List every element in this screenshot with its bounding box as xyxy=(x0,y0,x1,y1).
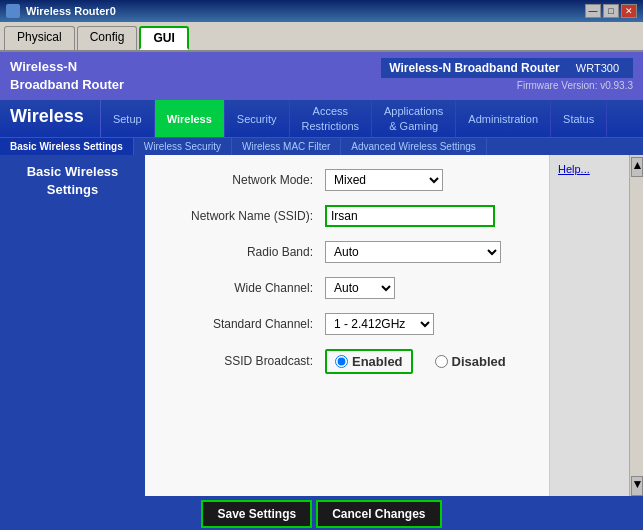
sidebar: Basic Wireless Settings xyxy=(0,155,145,496)
body-area: Basic Wireless Settings Network Mode: Mi… xyxy=(0,155,643,496)
radio-band-label: Radio Band: xyxy=(165,245,325,259)
cancel-changes-button[interactable]: Cancel Changes xyxy=(316,500,441,528)
nav-setup[interactable]: Setup xyxy=(101,100,155,137)
standard-channel-control: 1 - 2.412GHz 2 - 2.417GHz 6 - 2.437GHz 1… xyxy=(325,313,434,335)
ssid-broadcast-row: SSID Broadcast: Enabled Disabled xyxy=(165,349,529,374)
bottom-bar: Save Settings Cancel Changes xyxy=(0,496,643,530)
nav-administration[interactable]: Administration xyxy=(456,100,551,137)
nav-access[interactable]: Access Restrictions xyxy=(290,100,372,137)
help-link[interactable]: Help... xyxy=(558,163,590,175)
ssid-control xyxy=(325,205,495,227)
wide-channel-select[interactable]: Auto 1234 xyxy=(325,277,395,299)
nav-row: Wireless Setup Wireless Security Access … xyxy=(0,100,643,137)
scroll-up-button[interactable]: ▲ xyxy=(631,157,643,177)
radio-band-control: Auto Standard - 20MHz Channel Wide - 40M… xyxy=(325,241,501,263)
sub-nav: Basic Wireless Settings Wireless Securit… xyxy=(0,137,643,155)
network-mode-label: Network Mode: xyxy=(165,173,325,187)
router-brand: Wireless-N Broadband Router xyxy=(10,58,124,94)
ssid-enabled-radio[interactable] xyxy=(335,355,348,368)
app-icon xyxy=(6,4,20,18)
ssid-enabled-label: Enabled xyxy=(352,354,403,369)
radio-band-row: Radio Band: Auto Standard - 20MHz Channe… xyxy=(165,241,529,263)
standard-channel-label: Standard Channel: xyxy=(165,317,325,331)
subnav-basic[interactable]: Basic Wireless Settings xyxy=(0,138,134,155)
wide-channel-row: Wide Channel: Auto 1234 xyxy=(165,277,529,299)
firmware-version: Firmware Version: v0.93.3 xyxy=(517,78,633,91)
ssid-disabled-option[interactable]: Disabled xyxy=(425,349,516,374)
model-title: Wireless-N Broadband Router xyxy=(389,61,560,75)
title-bar: Wireless Router0 — □ ✕ xyxy=(0,0,643,22)
standard-channel-select[interactable]: 1 - 2.412GHz 2 - 2.417GHz 6 - 2.437GHz 1… xyxy=(325,313,434,335)
wide-channel-label: Wide Channel: xyxy=(165,281,325,295)
wide-channel-control: Auto 1234 xyxy=(325,277,395,299)
form-content: Network Mode: Mixed Wireless-B Only Wire… xyxy=(145,155,549,496)
subnav-advanced[interactable]: Advanced Wireless Settings xyxy=(341,138,487,155)
scrollbar[interactable]: ▲ ▼ xyxy=(629,155,643,496)
network-mode-row: Network Mode: Mixed Wireless-B Only Wire… xyxy=(165,169,529,191)
subnav-mac[interactable]: Wireless MAC Filter xyxy=(232,138,341,155)
ssid-disabled-label: Disabled xyxy=(452,354,506,369)
nav-applications[interactable]: Applications & Gaming xyxy=(372,100,456,137)
radio-band-select[interactable]: Auto Standard - 20MHz Channel Wide - 40M… xyxy=(325,241,501,263)
close-button[interactable]: ✕ xyxy=(621,4,637,18)
window-title: Wireless Router0 xyxy=(26,5,116,17)
app-tab-bar: Physical Config GUI xyxy=(0,22,643,52)
tab-config[interactable]: Config xyxy=(77,26,138,50)
tab-physical[interactable]: Physical xyxy=(4,26,75,50)
tab-gui[interactable]: GUI xyxy=(139,26,188,50)
window-controls: — □ ✕ xyxy=(585,4,637,18)
ssid-broadcast-label: SSID Broadcast: xyxy=(165,354,325,368)
ssid-label: Network Name (SSID): xyxy=(165,209,325,223)
ssid-input[interactable] xyxy=(325,205,495,227)
scroll-down-button[interactable]: ▼ xyxy=(631,476,643,496)
nav-security[interactable]: Security xyxy=(225,100,290,137)
router-header: Wireless-N Broadband Router Wireless-N B… xyxy=(0,52,643,100)
ssid-row: Network Name (SSID): xyxy=(165,205,529,227)
ssid-disabled-radio[interactable] xyxy=(435,355,448,368)
model-code: WRT300 xyxy=(570,60,625,76)
standard-channel-row: Standard Channel: 1 - 2.412GHz 2 - 2.417… xyxy=(165,313,529,335)
minimize-button[interactable]: — xyxy=(585,4,601,18)
nav-status[interactable]: Status xyxy=(551,100,607,137)
network-mode-control: Mixed Wireless-B Only Wireless-G Only Wi… xyxy=(325,169,443,191)
network-mode-select[interactable]: Mixed Wireless-B Only Wireless-G Only Wi… xyxy=(325,169,443,191)
nav-logo: Wireless xyxy=(10,100,101,137)
sidebar-title: Basic Wireless Settings xyxy=(27,164,119,197)
maximize-button[interactable]: □ xyxy=(603,4,619,18)
subnav-security[interactable]: Wireless Security xyxy=(134,138,232,155)
save-settings-button[interactable]: Save Settings xyxy=(201,500,312,528)
ssid-enabled-option[interactable]: Enabled xyxy=(325,349,413,374)
ssid-broadcast-control: Enabled Disabled xyxy=(325,349,516,374)
main-content: Wireless-N Broadband Router Wireless-N B… xyxy=(0,52,643,530)
nav-items: Setup Wireless Security Access Restricti… xyxy=(101,100,643,137)
help-sidebar: Help... xyxy=(549,155,629,496)
nav-wireless[interactable]: Wireless xyxy=(155,100,225,137)
